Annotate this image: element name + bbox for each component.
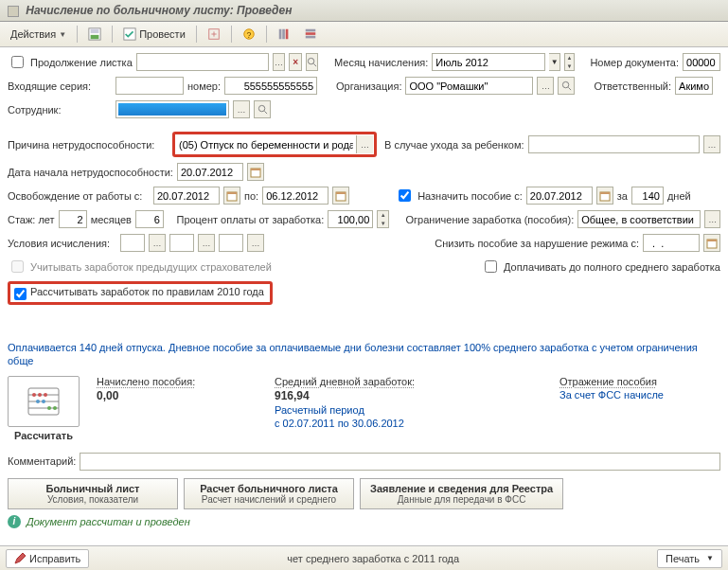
release-to-input[interactable] — [262, 187, 328, 205]
svg-point-34 — [38, 393, 42, 397]
svg-point-15 — [562, 81, 568, 87]
assign-date-input[interactable] — [526, 187, 593, 205]
pick-button[interactable]: … — [273, 53, 286, 71]
stazh-label: Стаж: лет — [8, 214, 55, 225]
tab-sick-leave[interactable]: Больничный лист Условия, показатели — [8, 478, 178, 509]
period-value[interactable]: с 02.07.2011 по 30.06.2012 — [275, 418, 464, 429]
reflect-label: Отражение пособия — [559, 376, 720, 387]
row-comment: Комментарий: — [8, 453, 720, 471]
help-icon[interactable]: ? — [238, 25, 260, 44]
clear-button[interactable]: × — [289, 53, 302, 71]
employee-label: Сотрудник: — [8, 104, 112, 116]
toolbar-icon-2[interactable] — [273, 25, 295, 44]
in-series-label: Входящие серия: — [8, 80, 112, 92]
svg-text:?: ? — [246, 30, 251, 40]
resp-label: Ответственный: — [594, 80, 671, 92]
accrued-value: 0,00 — [97, 389, 257, 402]
employee-search[interactable] — [254, 100, 271, 118]
month-dropdown[interactable]: ▼ — [549, 53, 560, 71]
reduce-date-input[interactable] — [643, 234, 700, 252]
bottom-toolbar: Исправить чет среднего заработка с 2011 … — [0, 545, 728, 570]
cond-input-2[interactable] — [169, 234, 194, 252]
reason-pick[interactable]: … — [356, 135, 373, 153]
save-post-icon[interactable] — [83, 25, 106, 44]
calc-section: Рассчитать Начислено пособия: 0,00 Средн… — [8, 376, 720, 441]
percent-spinner[interactable]: ▲▼ — [377, 210, 389, 228]
pencil-icon — [14, 553, 26, 564]
row-continuation: Продолжение листка … × Месяц начисления:… — [8, 53, 720, 71]
continuation-label: Продолжение листка — [30, 57, 133, 68]
release-from-input[interactable] — [153, 187, 220, 205]
in-number-input[interactable] — [224, 77, 317, 95]
full-avg-checkbox[interactable] — [485, 260, 497, 273]
svg-point-35 — [44, 393, 47, 397]
calendar-icon[interactable] — [247, 163, 264, 181]
toolbar-icon-1[interactable] — [203, 25, 225, 44]
reflect-link[interactable]: За счет ФСС начисле — [559, 389, 720, 401]
limit-input[interactable] — [577, 210, 701, 228]
continuation-checkbox[interactable] — [11, 56, 24, 68]
svg-rect-1 — [91, 35, 99, 39]
toolbar-icon-3[interactable] — [299, 25, 322, 44]
cond-input-1[interactable] — [120, 234, 145, 252]
org-pick[interactable]: … — [537, 77, 554, 95]
post-button[interactable]: Провести — [118, 25, 190, 44]
cond-pick-1[interactable]: … — [149, 234, 166, 252]
svg-point-33 — [32, 393, 36, 397]
calendar-icon-4[interactable] — [596, 187, 613, 205]
month-spinner[interactable]: ▲▼ — [564, 53, 575, 71]
month-input[interactable] — [432, 53, 545, 71]
row-stazh: Стаж: лет месяцев Процент оплаты от зара… — [8, 210, 720, 228]
fix-button[interactable]: Исправить — [6, 549, 89, 568]
info-icon: i — [8, 515, 21, 528]
reason-input[interactable] — [176, 135, 356, 153]
percent-label: Процент оплаты от заработка: — [176, 214, 324, 225]
assign-label: Назначить пособие с: — [417, 190, 523, 202]
assign-days-input[interactable] — [631, 187, 664, 205]
row-incoming: Входящие серия: номер: Организация: … От… — [8, 77, 720, 95]
employee-input[interactable] — [115, 100, 229, 118]
svg-point-39 — [53, 406, 57, 410]
in-series-input[interactable] — [115, 77, 184, 95]
calculate-button[interactable] — [8, 376, 80, 427]
svg-rect-24 — [336, 192, 346, 194]
calendar-icon-2[interactable] — [223, 187, 240, 205]
svg-line-18 — [264, 111, 267, 114]
org-input[interactable] — [405, 77, 533, 95]
assign-for-label: за — [617, 190, 628, 202]
status-text: Документ рассчитан и проведен — [27, 516, 190, 527]
svg-rect-11 — [306, 32, 316, 35]
period-label[interactable]: Расчетный период — [275, 404, 464, 416]
childcare-pick[interactable]: … — [703, 135, 720, 153]
employee-pick[interactable]: … — [233, 100, 250, 118]
rule2010-checkbox[interactable] — [14, 288, 27, 300]
calendar-icon-3[interactable] — [332, 187, 349, 205]
resp-input[interactable] — [675, 77, 713, 95]
tab-calculation[interactable]: Расчет больничного листа Расчет начислен… — [184, 478, 354, 509]
rule2010-label: Рассчитывать заработок по правилам 2010 … — [30, 286, 264, 300]
cond-input-3[interactable] — [219, 234, 243, 252]
accrued-label: Начислено пособия: — [97, 376, 257, 387]
cond-pick-2[interactable]: … — [198, 234, 215, 252]
month-label: Месяц начисления: — [334, 57, 428, 68]
calendar-icon-5[interactable] — [703, 234, 720, 252]
continuation-input[interactable] — [136, 53, 269, 71]
search-button[interactable] — [306, 53, 319, 71]
childcare-input[interactable] — [528, 135, 700, 153]
comment-input[interactable] — [80, 453, 720, 471]
stazh-years-input[interactable] — [59, 210, 87, 228]
tab-registry[interactable]: Заявление и сведения для Реестра Данные … — [360, 478, 563, 509]
org-search[interactable] — [558, 77, 575, 95]
cond-pick-3[interactable]: … — [247, 234, 264, 252]
docnum-input[interactable] — [683, 53, 720, 71]
reason-label: Причина нетрудоспособности: — [8, 139, 169, 151]
assign-checkbox[interactable] — [399, 189, 411, 202]
limit-pick[interactable]: … — [704, 210, 720, 228]
percent-input[interactable] — [328, 210, 373, 228]
print-button[interactable]: Печать▼ — [657, 549, 722, 568]
window-titlebar: Начисление по больничному листу: Проведе… — [0, 0, 728, 22]
start-date-input[interactable] — [177, 163, 243, 181]
svg-rect-2 — [91, 29, 99, 33]
stazh-months-input[interactable] — [135, 210, 164, 228]
actions-menu-button[interactable]: Действия▼ — [6, 25, 71, 44]
